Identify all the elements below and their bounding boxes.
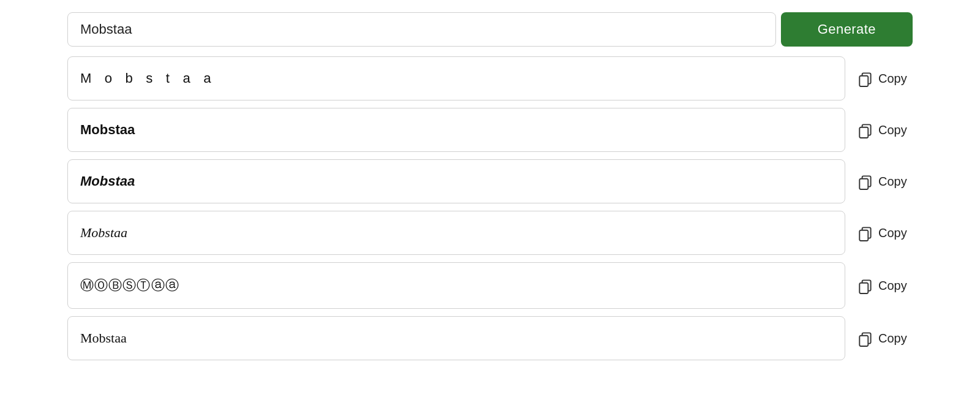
copy-label: Copy [878, 175, 907, 189]
input-row: Generate [67, 12, 913, 47]
copy-button-spaced[interactable]: Copy [845, 70, 913, 87]
copy-icon [858, 277, 873, 294]
result-row-spaced: M o b s t a a Copy [67, 56, 913, 100]
svg-rect-3 [859, 127, 868, 138]
copy-icon [858, 70, 873, 87]
copy-label: Copy [878, 279, 907, 293]
result-box-circled: ⓂⓄⒷⓈⓉⓐⓐ [67, 262, 845, 309]
result-row-circled: ⓂⓄⒷⓈⓉⓐⓐ Copy [67, 262, 913, 309]
result-row-script: Mobstaa Copy [67, 211, 913, 255]
copy-icon [858, 121, 873, 138]
copy-label: Copy [878, 123, 907, 137]
copy-icon [858, 330, 873, 347]
copy-button-serif[interactable]: Copy [845, 330, 913, 347]
result-box-spaced: M o b s t a a [67, 56, 845, 100]
result-box-serif: Mobstaa [67, 316, 845, 360]
copy-button-bold-italic[interactable]: Copy [845, 173, 913, 190]
svg-rect-11 [859, 336, 868, 346]
svg-rect-1 [859, 76, 868, 86]
generate-button[interactable]: Generate [781, 12, 913, 47]
result-row-bold: Mobstaa Copy [67, 108, 913, 152]
svg-rect-7 [859, 230, 868, 241]
result-box-script: Mobstaa [67, 211, 845, 255]
result-box-bold: Mobstaa [67, 108, 845, 152]
result-box-bold-italic: Mobstaa [67, 159, 845, 203]
result-row-serif: Mobstaa Copy [67, 316, 913, 360]
svg-rect-9 [859, 283, 868, 293]
main-text-input[interactable] [67, 12, 776, 47]
copy-label: Copy [878, 72, 907, 86]
copy-button-script[interactable]: Copy [845, 224, 913, 241]
copy-button-bold[interactable]: Copy [845, 121, 913, 138]
svg-rect-5 [859, 179, 868, 189]
copy-icon [858, 173, 873, 190]
copy-icon [858, 224, 873, 241]
copy-button-circled[interactable]: Copy [845, 277, 913, 294]
copy-label: Copy [878, 226, 907, 240]
result-row-bold-italic: Mobstaa Copy [67, 159, 913, 203]
copy-label: Copy [878, 331, 907, 346]
results-container: M o b s t a a Copy Mobstaa Copy [67, 56, 913, 360]
